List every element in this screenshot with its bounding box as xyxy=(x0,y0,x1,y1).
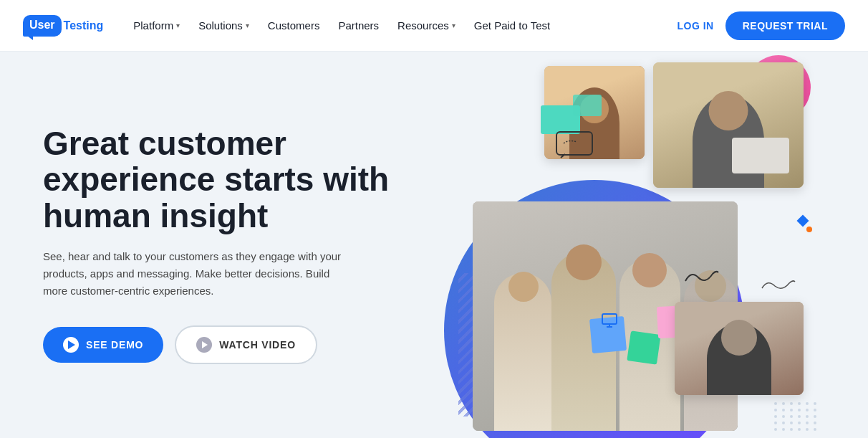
navbar: User Testing Platform ▾ Solutions ▾ Cust… xyxy=(0,0,868,52)
nav-get-paid[interactable]: Get Paid to Test xyxy=(467,14,557,37)
squiggle-decoration-icon xyxy=(761,277,796,295)
hero-buttons: SEE DEMO WATCH VIDEO xyxy=(43,325,415,364)
see-demo-button[interactable]: SEE DEMO xyxy=(43,327,163,363)
hero-title: Great customer experience starts with hu… xyxy=(43,125,415,234)
chat-bubble-icon xyxy=(555,130,598,166)
hero-section: Great customer experience starts with hu… xyxy=(0,52,868,438)
play-triangle-icon xyxy=(68,341,75,349)
chevron-down-icon: ▾ xyxy=(176,22,180,29)
bottom-right-person-photo xyxy=(675,302,804,395)
diamond-decoration-icon xyxy=(797,215,809,227)
logo[interactable]: User Testing xyxy=(23,15,103,37)
hero-content: Great customer experience starts with hu… xyxy=(43,125,415,365)
dots-grid-decoration xyxy=(774,402,818,431)
decorative-teal-rect-2 xyxy=(573,95,602,116)
hero-visual xyxy=(415,52,825,438)
nav-resources[interactable]: Resources ▾ xyxy=(390,14,463,37)
nav-solutions[interactable]: Solutions ▾ xyxy=(191,14,256,37)
chevron-down-icon: ▾ xyxy=(452,22,455,29)
nav-actions: LOG IN REQUEST TRIAL xyxy=(677,11,845,40)
play-icon xyxy=(63,337,79,353)
top-right-person-photo xyxy=(653,62,804,188)
nav-customers[interactable]: Customers xyxy=(261,14,327,37)
hero-subtitle: See, hear and talk to your customers as … xyxy=(43,248,351,300)
watch-video-button[interactable]: WATCH VIDEO xyxy=(175,325,317,364)
svg-rect-1 xyxy=(602,314,617,324)
logo-testing: Testing xyxy=(64,19,104,32)
nav-links: Platform ▾ Solutions ▾ Customers Partner… xyxy=(126,14,677,37)
play-icon-dark xyxy=(196,337,212,353)
logo-user: User xyxy=(29,19,55,31)
svg-rect-0 xyxy=(556,132,592,155)
chevron-down-icon: ▾ xyxy=(246,22,249,29)
request-trial-button[interactable]: REQUEST TRIAL xyxy=(725,11,845,40)
orange-dot-decoration xyxy=(806,227,812,232)
play-triangle-dark-icon xyxy=(202,341,208,348)
login-button[interactable]: LOG IN xyxy=(677,20,713,32)
nav-partners[interactable]: Partners xyxy=(331,14,386,37)
nav-platform[interactable]: Platform ▾ xyxy=(126,14,187,37)
